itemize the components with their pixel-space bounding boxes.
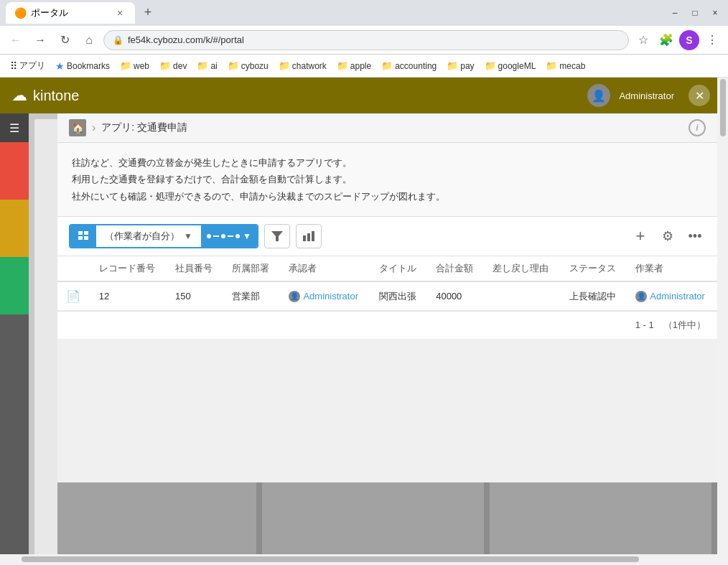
menu-button[interactable]: ⋮	[702, 30, 722, 50]
user-person-icon: 👤	[592, 89, 606, 103]
col-record-no: レコード番号	[90, 256, 167, 281]
h-scrollbar-thumb[interactable]	[22, 556, 639, 562]
svg-rect-5	[303, 235, 306, 241]
row-title: 関西出張	[370, 281, 427, 311]
apps-grid-icon: ⠿	[10, 60, 17, 72]
col-approver: 承認者	[280, 256, 370, 281]
kintone-brand-name: kintone	[33, 88, 80, 104]
kintone-close-button[interactable]: ✕	[689, 85, 710, 106]
app-panel: 🏠 › アプリ: 交通費申請 i 往訪など、交通費の立替金が発生したときに申請す…	[57, 113, 717, 482]
tab-close-button[interactable]: ×	[113, 6, 126, 19]
back-button[interactable]: ←	[6, 30, 26, 50]
col-worker: 作業者	[627, 256, 717, 281]
bookmark-chatwork[interactable]: 📁 chatwork	[274, 58, 331, 73]
approver-link[interactable]: 👤 Administrator	[289, 291, 362, 302]
bookmark-web[interactable]: 📁 web	[116, 58, 154, 73]
forward-button[interactable]: →	[30, 30, 50, 50]
bookmark-apps[interactable]: ⠿ アプリ	[6, 57, 50, 74]
tab-favicon: 🟠	[14, 7, 27, 19]
maximize-button[interactable]: □	[688, 6, 702, 20]
close-window-button[interactable]: ×	[708, 6, 722, 20]
bookmark-dev[interactable]: 📁 dev	[155, 58, 191, 73]
filter-icon	[271, 231, 283, 241]
active-tab[interactable]: 🟠 ポータル ×	[6, 2, 135, 24]
url-input[interactable]: 🔒 fe54k.cybozu.com/k/#/portal	[103, 30, 629, 50]
row-return-reason	[484, 281, 560, 311]
bookmark-apple[interactable]: 📁 apple	[332, 58, 375, 73]
worker-link[interactable]: 👤 Administrator	[635, 291, 709, 302]
folder-pay-icon: 📁	[447, 60, 458, 71]
row-record-icon: 📄	[57, 281, 90, 311]
extensions-button[interactable]: 🧩	[656, 30, 676, 50]
bookmark-cybozu[interactable]: 📁 cybozu	[223, 58, 273, 73]
home-button[interactable]: ⌂	[79, 30, 99, 50]
bookmark-pay[interactable]: 📁 pay	[442, 58, 478, 73]
bottom-scrollbar[interactable]	[0, 554, 717, 565]
view-label-text[interactable]: （作業者が自分） ▼	[96, 225, 201, 247]
sidebar-item-yellow[interactable]	[0, 200, 29, 257]
view-flow-button[interactable]: ▼	[201, 225, 257, 247]
row-total: 40000	[427, 281, 484, 311]
view-selector: （作業者が自分） ▼	[69, 224, 258, 248]
col-department: 所属部署	[223, 256, 280, 281]
kintone-user-area: 👤 Administrator	[587, 84, 674, 107]
new-tab-button[interactable]: +	[138, 2, 158, 22]
cloud-icon: ☁	[11, 86, 27, 105]
view-grid-button[interactable]	[70, 225, 96, 247]
col-employee-no: 社員番号	[167, 256, 223, 281]
description-line-2: 利用した交通費を登録するだけで、合計金額を自動で計算します。	[72, 171, 703, 187]
sidebar-item-red[interactable]	[0, 142, 29, 200]
profile-button[interactable]: S	[679, 30, 699, 50]
row-record-no: 12	[90, 281, 167, 311]
table-row[interactable]: 📄 12 150 営業部 👤 Administrator	[57, 281, 717, 311]
svg-rect-6	[307, 233, 310, 241]
more-options-button[interactable]: •••	[684, 225, 706, 247]
app-description: 往訪など、交通費の立替金が発生したときに申請するアプリです。 利用した交通費を登…	[57, 143, 717, 217]
settings-button[interactable]: ⚙	[657, 225, 678, 247]
reload-button[interactable]: ↻	[55, 30, 75, 50]
approver-avatar: 👤	[289, 291, 300, 302]
bookmark-mecab[interactable]: 📁 mecab	[541, 58, 589, 73]
filter-button[interactable]	[264, 224, 290, 248]
col-total: 合計金額	[427, 256, 484, 281]
kintone-user-avatar: 👤	[587, 84, 610, 107]
kintone-logo: ☁ kintone	[11, 86, 80, 105]
kintone-header: ☁ kintone 👤 Administrator ✕	[0, 78, 717, 113]
sidebar-item-green[interactable]	[0, 257, 29, 314]
svg-marker-4	[271, 231, 283, 241]
bookmark-accounting[interactable]: 📁 accounting	[377, 58, 441, 73]
records-table: レコード番号 社員番号 所属部署 承認者 タイトル 合計金額 差し戻し理由 ステ…	[57, 256, 717, 311]
bookmark-star-button[interactable]: ☆	[633, 30, 653, 50]
app-home-button[interactable]: 🏠	[69, 119, 86, 136]
row-approver[interactable]: 👤 Administrator	[280, 281, 370, 311]
folder-dev-icon: 📁	[159, 60, 171, 71]
document-icon: 📄	[66, 290, 80, 302]
app-info-button[interactable]: i	[689, 119, 706, 136]
address-bar: ← → ↻ ⌂ 🔒 fe54k.cybozu.com/k/#/portal ☆ …	[0, 26, 728, 55]
bookmark-ai[interactable]: 📁 ai	[192, 58, 221, 73]
chart-button[interactable]	[296, 224, 322, 248]
chart-icon	[303, 231, 314, 241]
kintone-app: ☁ kintone 👤 Administrator ✕ ☰	[0, 78, 717, 565]
add-record-button[interactable]: +	[630, 225, 651, 247]
url-text: fe54k.cybozu.com/k/#/portal	[128, 34, 620, 45]
folder-apple-icon: 📁	[337, 60, 348, 71]
row-worker[interactable]: 👤 Administrator	[627, 281, 717, 311]
records-table-container: レコード番号 社員番号 所属部署 承認者 タイトル 合計金額 差し戻し理由 ステ…	[57, 256, 717, 311]
description-line-3: 社外にいても確認・処理ができるので、申請から決裁までのスピードアップが図れます。	[72, 188, 703, 205]
bookmark-bookmarks[interactable]: ★ Bookmarks	[51, 58, 114, 74]
svg-rect-2	[78, 236, 83, 240]
app-breadcrumb-header: 🏠 › アプリ: 交通費申請 i	[57, 113, 717, 143]
empty-space	[57, 339, 717, 482]
bookmark-googleml[interactable]: 📁 googleML	[480, 58, 541, 73]
folder-googleml-icon: 📁	[485, 60, 496, 71]
scrollbar-thumb[interactable]	[720, 79, 726, 136]
right-scrollbar[interactable]	[717, 78, 728, 565]
lock-icon: 🔒	[113, 35, 123, 45]
svg-rect-1	[84, 231, 88, 235]
folder-web-icon: 📁	[120, 60, 131, 71]
sidebar-item-menu[interactable]: ☰	[0, 113, 29, 142]
col-icon	[57, 256, 90, 281]
minimize-button[interactable]: –	[668, 6, 682, 20]
close-icon: ✕	[695, 89, 704, 103]
